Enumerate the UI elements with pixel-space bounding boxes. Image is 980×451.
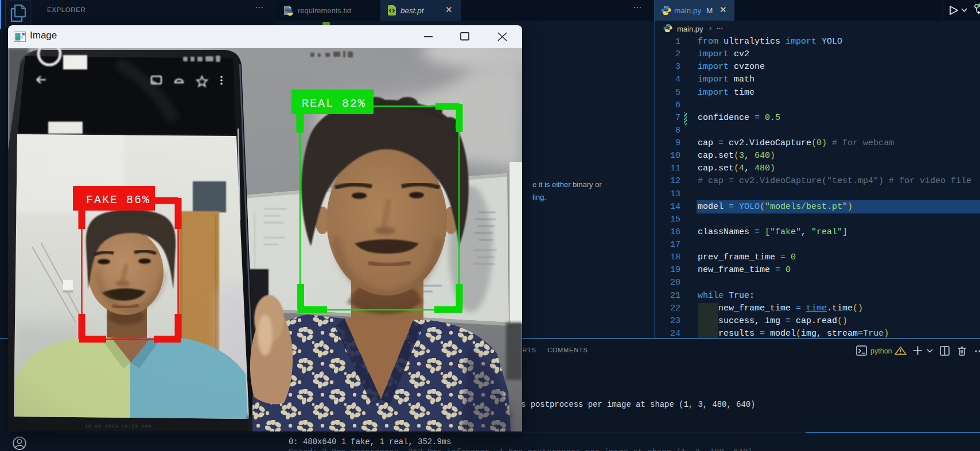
svg-text:python: python: [870, 347, 892, 355]
